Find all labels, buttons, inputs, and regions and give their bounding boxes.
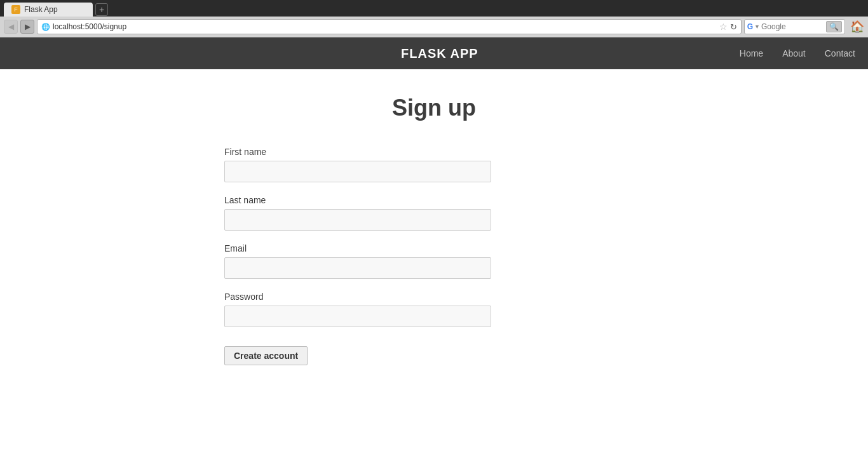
- create-account-button[interactable]: Create account: [224, 346, 308, 365]
- address-secure-icon: 🌐: [41, 23, 50, 31]
- last-name-input[interactable]: [224, 209, 491, 231]
- forward-button[interactable]: ▶: [20, 20, 34, 34]
- google-logo-icon: G: [747, 22, 753, 31]
- password-input[interactable]: [224, 306, 491, 327]
- search-icon: 🔍: [829, 22, 839, 31]
- home-button[interactable]: 🏠: [850, 20, 864, 34]
- nav-item-about[interactable]: About: [782, 48, 806, 58]
- email-label: Email: [224, 243, 644, 253]
- nav-item-home[interactable]: Home: [740, 48, 763, 58]
- browser-chrome: F Flask App +: [0, 0, 868, 17]
- first-name-input[interactable]: [224, 161, 491, 182]
- search-engine-dropdown[interactable]: ▼: [754, 24, 760, 30]
- nav-link-contact[interactable]: Contact: [825, 48, 855, 58]
- email-group: Email: [224, 243, 644, 279]
- bookmark-star-icon[interactable]: ☆: [719, 22, 728, 32]
- page-title: Sign up: [224, 95, 644, 121]
- first-name-group: First name: [224, 147, 644, 182]
- browser-tab[interactable]: F Flask App: [4, 3, 93, 17]
- last-name-label: Last name: [224, 195, 644, 205]
- search-go-button[interactable]: 🔍: [826, 21, 842, 32]
- address-bar[interactable]: [53, 22, 717, 31]
- nav-link-home[interactable]: Home: [740, 48, 763, 58]
- navbar-nav: Home About Contact: [740, 48, 855, 58]
- back-icon: ◀: [8, 22, 14, 31]
- new-tab-button[interactable]: +: [95, 3, 108, 16]
- first-name-label: First name: [224, 147, 644, 157]
- nav-link-about[interactable]: About: [782, 48, 806, 58]
- address-bar-container: 🌐 ☆ ↻: [37, 19, 742, 34]
- last-name-group: Last name: [224, 195, 644, 231]
- tab-title: Flask App: [24, 5, 58, 14]
- browser-toolbar: ◀ ▶ 🌐 ☆ ↻ G ▼ 🔍 🏠: [0, 17, 868, 37]
- tab-favicon-icon: F: [11, 5, 20, 14]
- navbar-brand: FLASK APP: [140, 46, 740, 61]
- main-content: Sign up First name Last name Email Passw…: [212, 69, 656, 391]
- navbar: FLASK APP Home About Contact: [0, 37, 868, 69]
- search-input[interactable]: [761, 22, 825, 31]
- back-button[interactable]: ◀: [4, 20, 18, 34]
- search-bar-container: G ▼ 🔍: [744, 19, 845, 34]
- password-group: Password: [224, 292, 644, 327]
- password-label: Password: [224, 292, 644, 302]
- email-input[interactable]: [224, 257, 491, 279]
- signup-form: First name Last name Email Password Crea…: [224, 147, 644, 365]
- refresh-icon[interactable]: ↻: [730, 22, 737, 32]
- forward-icon: ▶: [25, 22, 31, 31]
- nav-item-contact[interactable]: Contact: [825, 48, 855, 58]
